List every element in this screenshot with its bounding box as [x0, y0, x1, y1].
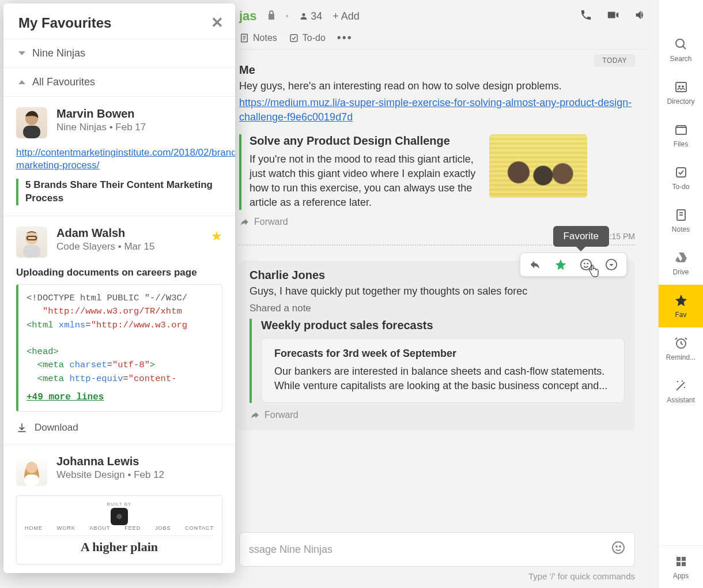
- files-icon: [674, 123, 688, 137]
- tab-todo[interactable]: To-do: [289, 33, 326, 43]
- svg-point-12: [619, 546, 621, 547]
- fav-item-quote: 5 Brands Share Their Content Marketing P…: [16, 179, 222, 205]
- notes-icon: [674, 208, 688, 222]
- volume-icon[interactable]: [634, 9, 647, 24]
- fav-section-all[interactable]: All Favourites: [3, 67, 235, 96]
- site-nav-item: JOBS: [155, 525, 171, 531]
- svg-point-11: [616, 546, 617, 547]
- nav-reminders[interactable]: Remind...: [659, 327, 703, 370]
- channel-name[interactable]: jas: [239, 9, 257, 24]
- shared-note[interactable]: Weekly product sales forecasts Forecasts…: [250, 319, 625, 403]
- link-preview-title: Solve any Product Design Challenge: [250, 134, 480, 148]
- nav-assistant[interactable]: Assistant: [659, 370, 703, 413]
- more-actions-button[interactable]: [604, 258, 618, 272]
- message-input[interactable]: [249, 544, 611, 556]
- nav-files[interactable]: Files: [659, 114, 703, 157]
- wand-icon: [674, 379, 688, 393]
- message-composer[interactable]: [239, 532, 635, 567]
- todo-icon: [674, 165, 688, 179]
- fav-item-link[interactable]: http://contentmarketinginstitute.com/201…: [16, 146, 222, 172]
- fav-item-name: Adam Walsh: [56, 227, 154, 240]
- drive-icon: [674, 251, 688, 265]
- svg-line-14: [683, 46, 686, 49]
- site-nav-item: WORK: [57, 525, 75, 531]
- tab-notes[interactable]: Notes: [239, 33, 277, 43]
- call-icon[interactable]: [580, 9, 592, 24]
- message: Me Hey guys, here's an interesting read …: [239, 63, 635, 246]
- svg-point-8: [587, 263, 588, 265]
- fav-item-name: Johanna Lewis: [56, 455, 164, 468]
- date-chip: TODAY: [594, 54, 635, 67]
- message-link[interactable]: https://medium.muz.li/a-super-simple-exe…: [239, 96, 635, 125]
- shared-note-body: Our bankers are interested in balance sh…: [274, 364, 611, 393]
- emoji-picker-button[interactable]: [611, 541, 625, 558]
- svg-point-13: [676, 39, 684, 47]
- link-preview-thumb: [489, 134, 587, 198]
- avatar: [16, 227, 47, 258]
- svg-rect-5: [290, 35, 297, 42]
- fav-item[interactable]: Adam Walsh Code Slayers • Mar 15 ★ Uploa…: [3, 216, 235, 444]
- fav-list[interactable]: Marvin Bowen Nine Ninjas • Feb 17 http:/…: [3, 96, 235, 573]
- nav-label: Directory: [667, 97, 694, 105]
- fav-item[interactable]: Marvin Bowen Nine Ninjas • Feb 17 http:/…: [3, 96, 235, 216]
- member-count[interactable]: 34: [299, 10, 322, 22]
- fav-section-team[interactable]: Nine Ninjas: [3, 39, 235, 67]
- person-icon: [299, 12, 308, 21]
- more-menu[interactable]: •••: [337, 31, 353, 44]
- download-button[interactable]: Download: [16, 422, 222, 434]
- svg-point-17: [682, 85, 684, 88]
- star-icon: ★: [211, 229, 222, 244]
- svg-point-6: [581, 259, 591, 270]
- search-icon: [674, 37, 688, 51]
- site-nav-item: FEED: [124, 525, 141, 531]
- svg-point-33: [26, 462, 37, 473]
- clock-icon: [674, 336, 688, 350]
- site-logo: [111, 508, 128, 525]
- nav-label: To-do: [672, 183, 689, 191]
- svg-rect-27: [682, 562, 686, 566]
- download-label: Download: [35, 422, 78, 434]
- svg-rect-25: [682, 557, 686, 561]
- fav-item-meta: Nine Ninjas • Feb 17: [56, 122, 146, 133]
- notes-icon: [239, 33, 250, 43]
- svg-rect-26: [676, 562, 681, 566]
- avatar: [16, 455, 47, 486]
- svg-rect-31: [23, 245, 40, 258]
- favorite-button[interactable]: [554, 258, 568, 272]
- reaction-toolbar: [520, 252, 627, 277]
- nav-notes[interactable]: Notes: [659, 199, 703, 242]
- nav-apps[interactable]: Apps: [659, 545, 703, 588]
- star-icon: [674, 293, 688, 307]
- reply-button[interactable]: [528, 258, 542, 272]
- close-button[interactable]: ✕: [211, 14, 224, 32]
- nav-search[interactable]: Search: [659, 29, 703, 71]
- favourites-title: My Favourites: [18, 15, 111, 31]
- shared-note-heading: Weekly product sales forecasts: [261, 319, 625, 332]
- link-preview-body: If you're not in the mood to read this g…: [250, 152, 480, 210]
- video-icon[interactable]: [606, 9, 620, 24]
- fav-item[interactable]: Johanna Lewis Website Design • Feb 12 BU…: [3, 444, 235, 573]
- message-text: Hey guys, here's an interesting read on …: [239, 79, 635, 93]
- nav-label: Notes: [672, 225, 690, 233]
- shared-note-title: Forecasts for 3rd week of September: [274, 348, 611, 360]
- website-preview[interactable]: BUILT BY HOME WORK ABOUT FEED JOBS CONTA…: [16, 495, 222, 564]
- svg-point-7: [584, 263, 585, 265]
- site-title: A higher plain: [25, 540, 214, 555]
- shared-note-label: Shared a note: [250, 303, 625, 314]
- forward-label: Forward: [264, 410, 298, 420]
- nav-directory[interactable]: Directory: [659, 71, 703, 114]
- svg-rect-29: [23, 126, 40, 138]
- chevron-up-icon: [18, 80, 25, 84]
- add-member-button[interactable]: + Add: [332, 10, 360, 22]
- expand-code-button[interactable]: +49 more lines: [27, 390, 104, 404]
- svg-point-0: [303, 13, 305, 16]
- nav-label: Search: [670, 55, 691, 63]
- nav-todo[interactable]: To-do: [659, 157, 703, 199]
- link-preview[interactable]: Solve any Product Design Challenge If yo…: [239, 134, 635, 210]
- fav-item-name: Marvin Bowen: [56, 107, 146, 120]
- forward-button[interactable]: Forward: [250, 410, 625, 420]
- emoji-react-button[interactable]: [579, 258, 593, 272]
- nav-drive[interactable]: Drive: [659, 242, 703, 285]
- nav-fav[interactable]: Fav: [659, 285, 703, 327]
- lock-icon: [267, 10, 275, 22]
